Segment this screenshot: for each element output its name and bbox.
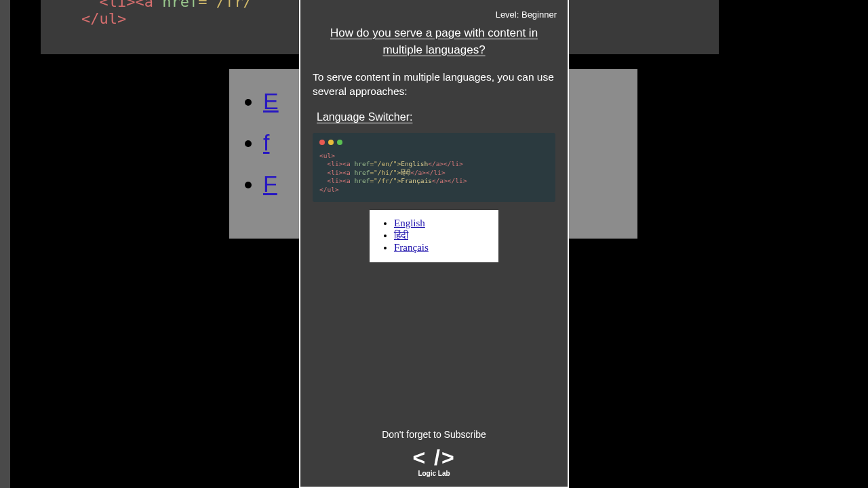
brand-name: Logic Lab <box>300 470 568 477</box>
subscribe-text: Don't forget to Subscribe <box>300 429 568 440</box>
brand-logo-icon: < /> <box>300 447 568 468</box>
slide-title: How do you serve a page with content in … <box>319 25 549 58</box>
bg-left-strip <box>0 0 10 488</box>
code-snippet: <ul> <li><a href="/en/">English</a></li>… <box>319 152 549 194</box>
preview-link-item: Français <box>394 242 489 253</box>
section-title: Language Switcher: <box>317 111 551 123</box>
dot-yellow-icon <box>328 140 334 145</box>
dot-red-icon <box>319 140 325 145</box>
slide-card: Level: Beginner How do you serve a page … <box>299 0 569 488</box>
window-dots <box>319 140 549 145</box>
preview-link[interactable]: Français <box>394 242 429 253</box>
intro-text: To serve content in multiple languages, … <box>313 70 555 99</box>
footer: Don't forget to Subscribe < /> Logic Lab <box>300 429 568 477</box>
preview-link-item: हिंदी <box>394 230 489 241</box>
preview-link[interactable]: English <box>394 218 425 228</box>
code-box: <ul> <li><a href="/en/">English</a></li>… <box>313 133 555 202</box>
preview-link-item: English <box>394 218 489 229</box>
level-label: Level: Beginner <box>300 0 568 25</box>
preview-box: EnglishहिंदीFrançais <box>370 210 498 262</box>
preview-link[interactable]: हिंदी <box>394 230 408 241</box>
dot-green-icon <box>337 140 342 145</box>
